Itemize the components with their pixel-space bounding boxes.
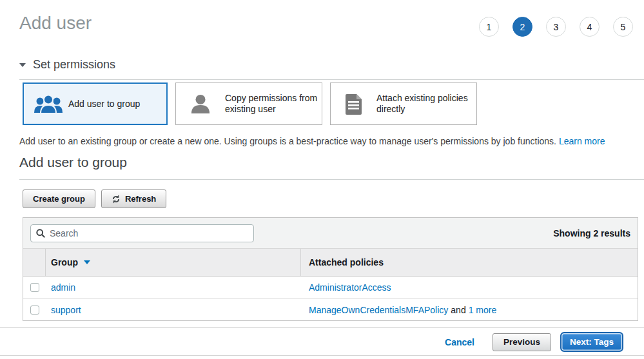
search-box[interactable] xyxy=(30,224,254,242)
more-policies-link[interactable]: 1 more xyxy=(469,305,497,315)
option-label: Add user to group xyxy=(68,99,140,110)
row-checkbox[interactable] xyxy=(30,306,39,315)
option-label: Attach existing policies directly xyxy=(376,93,476,115)
single-user-icon xyxy=(190,93,211,114)
description-text: Add user to an existing group or create … xyxy=(19,136,556,146)
results-count: Showing 2 results xyxy=(553,228,630,238)
set-permissions-section-toggle[interactable]: Set permissions xyxy=(19,58,644,80)
table-header-row: Group Attached policies xyxy=(23,248,638,277)
collapse-caret-icon xyxy=(19,63,26,67)
option-add-user-to-group[interactable]: Add user to group xyxy=(23,82,168,125)
refresh-label: Refresh xyxy=(125,194,156,204)
add-user-to-group-title: Add user to group xyxy=(19,155,127,170)
group-link[interactable]: admin xyxy=(51,282,75,293)
policy-link[interactable]: ManageOwnCredentialsMFAPolicy xyxy=(309,305,448,315)
step-1: 1 xyxy=(479,17,499,37)
step-3: 3 xyxy=(546,17,566,37)
groups-table: Showing 2 results Group Attached policie… xyxy=(23,217,638,321)
row-checkbox-cell xyxy=(23,299,46,320)
cancel-button[interactable]: Cancel xyxy=(445,337,474,347)
search-icon xyxy=(36,229,45,238)
table-row: admin AdministratorAccess xyxy=(23,277,638,298)
refresh-button[interactable]: Refresh xyxy=(101,189,166,208)
set-permissions-title: Set permissions xyxy=(33,58,115,72)
and-text: and xyxy=(451,305,465,315)
table-row: support ManageOwnCredentialsMFAPolicy an… xyxy=(23,298,638,320)
sort-descending-icon xyxy=(84,260,90,264)
policies-cell: ManageOwnCredentialsMFAPolicy and 1 more xyxy=(301,299,638,320)
group-actions: Create group Refresh xyxy=(23,189,166,208)
step-2-current: 2 xyxy=(512,17,532,37)
policy-link[interactable]: AdministratorAccess xyxy=(309,282,391,293)
add-user-to-group-header: Add user to group xyxy=(19,155,644,180)
header-checkbox-cell xyxy=(23,249,46,276)
option-label: Copy permissions from existing user xyxy=(225,93,322,115)
step-indicator: 1 2 3 4 5 xyxy=(479,17,633,37)
search-input[interactable] xyxy=(50,228,248,238)
bottom-divider xyxy=(0,355,644,356)
wizard-footer: Cancel Previous Next: Tags xyxy=(0,328,644,356)
step-4: 4 xyxy=(580,17,600,37)
policies-cell: AdministratorAccess xyxy=(301,277,638,298)
row-checkbox[interactable] xyxy=(30,283,39,292)
group-cell: support xyxy=(46,299,301,320)
learn-more-link[interactable]: Learn more xyxy=(559,136,605,146)
next-tags-button[interactable]: Next: Tags xyxy=(560,332,623,352)
create-group-button[interactable]: Create group xyxy=(23,189,95,208)
group-link[interactable]: support xyxy=(51,305,81,315)
permission-option-cards: Add user to group Copy permissions from … xyxy=(23,82,477,125)
group-cell: admin xyxy=(46,277,301,298)
group-column-label: Group xyxy=(51,257,78,267)
group-description: Add user to an existing group or create … xyxy=(19,135,640,148)
create-group-label: Create group xyxy=(33,194,85,204)
policies-column-label: Attached policies xyxy=(309,257,384,267)
column-header-group[interactable]: Group xyxy=(46,249,301,276)
option-copy-permissions[interactable]: Copy permissions from existing user xyxy=(175,82,322,125)
refresh-icon xyxy=(112,195,121,204)
table-toolbar: Showing 2 results xyxy=(23,218,638,248)
page-title: Add user xyxy=(19,13,92,34)
row-checkbox-cell xyxy=(23,277,46,298)
users-group-icon xyxy=(34,93,63,114)
column-header-attached-policies: Attached policies xyxy=(301,249,638,276)
previous-button[interactable]: Previous xyxy=(493,333,551,351)
policy-document-icon xyxy=(345,93,362,115)
step-5: 5 xyxy=(613,17,633,37)
option-attach-policies[interactable]: Attach existing policies directly xyxy=(330,82,477,125)
